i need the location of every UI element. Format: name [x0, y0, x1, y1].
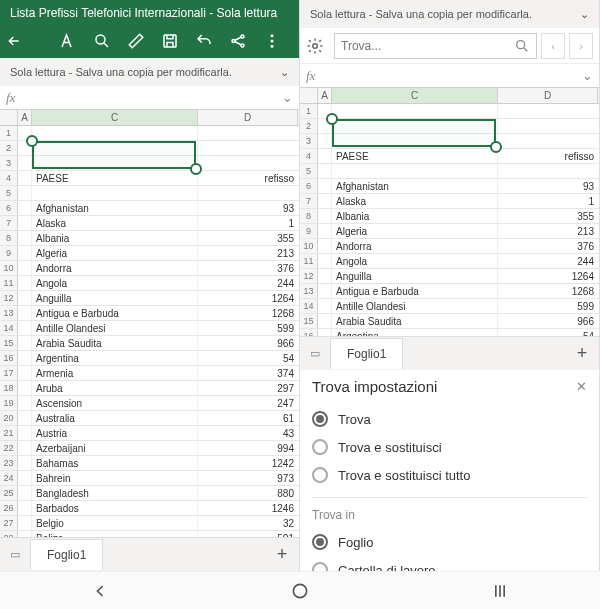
grid-row[interactable]: 11Angola244 — [300, 254, 599, 269]
cell[interactable]: 1246 — [198, 501, 298, 515]
row-number[interactable]: 10 — [0, 261, 18, 275]
grid-row[interactable]: 17Armenia374 — [0, 366, 299, 381]
cell[interactable]: Belize — [32, 531, 198, 537]
cell[interactable] — [498, 134, 598, 148]
cell[interactable]: 1 — [198, 216, 298, 230]
grid-row[interactable]: 10Andorra376 — [300, 239, 599, 254]
row-number[interactable]: 3 — [0, 156, 18, 170]
grid-row[interactable]: 11Angola244 — [0, 276, 299, 291]
cell[interactable]: 966 — [498, 314, 598, 328]
save-icon[interactable] — [161, 32, 191, 50]
row-number[interactable]: 24 — [0, 471, 18, 485]
row-number[interactable]: 15 — [0, 336, 18, 350]
menu-icon[interactable] — [263, 32, 293, 50]
cell[interactable]: 966 — [198, 336, 298, 350]
cell[interactable]: 880 — [198, 486, 298, 500]
next-result-button[interactable]: › — [569, 33, 593, 59]
cell[interactable] — [32, 156, 198, 170]
cell[interactable] — [32, 126, 198, 140]
grid-row[interactable]: 13Antigua e Barbuda1268 — [0, 306, 299, 321]
prev-result-button[interactable]: ‹ — [541, 33, 565, 59]
row-number[interactable]: 14 — [0, 321, 18, 335]
cell[interactable]: 54 — [198, 351, 298, 365]
row-number[interactable]: 4 — [0, 171, 18, 185]
readonly-banner[interactable]: Sola lettura - Salva una copia per modif… — [0, 58, 299, 86]
cell[interactable] — [332, 104, 498, 118]
cell[interactable]: 244 — [198, 276, 298, 290]
col-header-d[interactable]: D — [198, 110, 298, 125]
grid-row[interactable]: 18Aruba297 — [0, 381, 299, 396]
cell[interactable]: Alaska — [32, 216, 198, 230]
grid-row[interactable]: 4PAESErefisso — [0, 171, 299, 186]
col-header-a[interactable]: A — [18, 110, 32, 125]
cell[interactable]: Azerbaijani — [32, 441, 198, 455]
row-number[interactable]: 18 — [0, 381, 18, 395]
cell[interactable]: Austria — [32, 426, 198, 440]
cell[interactable]: 355 — [198, 231, 298, 245]
grid-row[interactable]: 9Algeria213 — [0, 246, 299, 261]
row-number[interactable]: 21 — [0, 426, 18, 440]
grid-row[interactable]: 5 — [300, 164, 599, 179]
cell[interactable] — [198, 126, 298, 140]
cell[interactable]: PAESE — [32, 171, 198, 185]
cell[interactable]: 973 — [198, 471, 298, 485]
grid-row[interactable]: 8Albania355 — [0, 231, 299, 246]
cell[interactable]: 244 — [498, 254, 598, 268]
grid-row[interactable]: 14Antille Olandesi599 — [300, 299, 599, 314]
cell[interactable] — [32, 141, 198, 155]
grid-row[interactable]: 24Bahrein973 — [0, 471, 299, 486]
cell[interactable]: 1268 — [498, 284, 598, 298]
cell[interactable]: 247 — [198, 396, 298, 410]
cell[interactable]: Andorra — [32, 261, 198, 275]
cell[interactable]: Afghanistan — [32, 201, 198, 215]
grid-row[interactable]: 4PAESErefisso — [300, 149, 599, 164]
grid-row[interactable]: 9Algeria213 — [300, 224, 599, 239]
cell[interactable]: 213 — [198, 246, 298, 260]
grid-row[interactable]: 2 — [300, 119, 599, 134]
cell[interactable]: Albania — [332, 209, 498, 223]
row-number[interactable]: 10 — [300, 239, 318, 253]
sheet-tab[interactable]: Foglio1 — [30, 539, 103, 570]
formula-bar[interactable]: fx ⌄ — [300, 64, 599, 88]
cell[interactable]: Arabia Saudita — [332, 314, 498, 328]
nav-home-icon[interactable] — [290, 581, 310, 601]
option-in-sheet[interactable]: Foglio — [312, 528, 587, 556]
cell[interactable] — [498, 164, 598, 178]
grid-row[interactable]: 3 — [300, 134, 599, 149]
cell[interactable] — [332, 164, 498, 178]
row-number[interactable]: 23 — [0, 456, 18, 470]
cell[interactable]: 376 — [198, 261, 298, 275]
row-number[interactable]: 16 — [300, 329, 318, 336]
cell[interactable]: Argentina — [32, 351, 198, 365]
cell[interactable] — [198, 156, 298, 170]
cell[interactable]: Bangladesh — [32, 486, 198, 500]
cell[interactable]: 61 — [198, 411, 298, 425]
option-find-replace[interactable]: Trova e sostituisci — [312, 433, 587, 461]
cell[interactable]: Afghanistan — [332, 179, 498, 193]
close-icon[interactable]: ✕ — [576, 379, 587, 394]
grid-row[interactable]: 15Arabia Saudita966 — [300, 314, 599, 329]
cell[interactable]: 297 — [198, 381, 298, 395]
cell[interactable]: Ascension — [32, 396, 198, 410]
cell[interactable] — [198, 141, 298, 155]
cell[interactable]: Algeria — [32, 246, 198, 260]
grid-row[interactable]: 25Bangladesh880 — [0, 486, 299, 501]
cell[interactable]: Armenia — [32, 366, 198, 380]
row-number[interactable]: 11 — [300, 254, 318, 268]
cell[interactable]: Bahamas — [32, 456, 198, 470]
grid-row[interactable]: 20Australia61 — [0, 411, 299, 426]
share-icon[interactable] — [229, 32, 259, 50]
cell[interactable]: Aruba — [32, 381, 198, 395]
row-number[interactable]: 12 — [0, 291, 18, 305]
row-number[interactable]: 16 — [0, 351, 18, 365]
row-number[interactable]: 4 — [300, 149, 318, 163]
cell[interactable]: PAESE — [332, 149, 498, 163]
row-number[interactable]: 28 — [0, 531, 18, 537]
row-number[interactable]: 8 — [300, 209, 318, 223]
grid-row[interactable]: 28Belize501 — [0, 531, 299, 537]
cell[interactable]: 32 — [198, 516, 298, 530]
grid-row[interactable]: 6Afghanistan93 — [300, 179, 599, 194]
row-number[interactable]: 8 — [0, 231, 18, 245]
grid-row[interactable]: 22Azerbaijani994 — [0, 441, 299, 456]
cell[interactable]: Andorra — [332, 239, 498, 253]
